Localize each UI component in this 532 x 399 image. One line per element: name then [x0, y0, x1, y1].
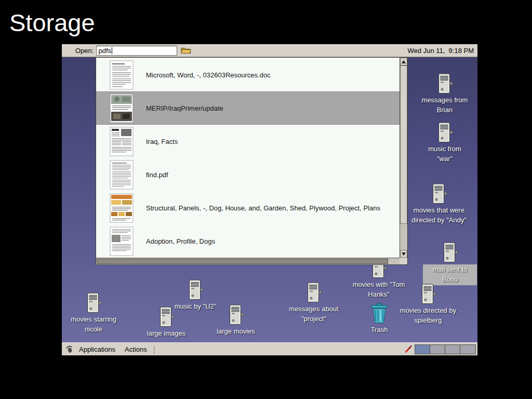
- top-search-bar: Open: pdfs Wed Jun 11, 9:18 PM: [62, 44, 477, 57]
- arrow-down-icon: [402, 252, 406, 256]
- open-label: Open:: [75, 47, 94, 55]
- document-thumbnail: [110, 94, 134, 123]
- scrollbar-corner: [400, 258, 407, 264]
- drive-icon: [85, 292, 102, 313]
- page-title: Storage: [9, 8, 95, 37]
- result-label: MERIP/IraqPrimer/update: [146, 104, 223, 112]
- desktop-icon-label: movies directed by spielberg: [394, 306, 462, 326]
- desktop-icon-trash[interactable]: Trash: [358, 303, 400, 335]
- drive-icon: [305, 282, 322, 303]
- screenshot-tool-icon[interactable]: [404, 344, 413, 354]
- drive-icon: [442, 242, 458, 263]
- vertical-scroll-thumb[interactable]: [400, 65, 407, 224]
- desktop-icon-movies-directed-by-spielberg[interactable]: movies directed by spielberg: [394, 284, 462, 326]
- result-row[interactable]: find.pdf: [96, 158, 400, 191]
- horizontal-scroll-thumb[interactable]: [97, 259, 388, 264]
- bottom-panel: Applications Actions: [62, 342, 477, 355]
- workspace-1[interactable]: [415, 345, 430, 354]
- desktop-icon-label: movies starring nicole: [62, 315, 125, 335]
- document-thumbnail: [110, 60, 134, 90]
- document-thumbnail: [110, 193, 134, 223]
- drive-icon: [158, 307, 175, 327]
- desktop-icon-messages-about-project[interactable]: messages about "project": [287, 282, 341, 324]
- menu-actions[interactable]: Actions: [120, 343, 152, 355]
- workspace-3[interactable]: [445, 345, 460, 354]
- desktop-icon-large-images[interactable]: large images: [138, 307, 195, 339]
- result-label: Microsoft, Word, -, 032603Resources.doc: [146, 71, 271, 79]
- clock: Wed Jun 11, 9:18 PM: [408, 47, 474, 55]
- result-label: Iraq, Facts: [146, 138, 178, 145]
- result-row[interactable]: Adoption, Profile, Dogs: [96, 224, 400, 258]
- desktop-icon-label: messages from Brian: [414, 96, 476, 115]
- horizontal-scrollbar[interactable]: [96, 258, 400, 264]
- workspace-4[interactable]: [460, 345, 475, 354]
- result-label: find.pdf: [146, 171, 168, 179]
- text-caret: [112, 47, 112, 54]
- desktop-icon-movies-starring-nicole[interactable]: movies starring nicole: [62, 292, 125, 335]
- desktop-icon-label: mail sent to Bono: [423, 264, 477, 285]
- result-label: Adoption, Profile, Dogs: [146, 237, 215, 245]
- open-folder-button[interactable]: [180, 45, 192, 56]
- result-row[interactable]: Microsoft, Word, -, 032603Resources.doc: [96, 58, 400, 91]
- result-row[interactable]: Iraq, Facts: [96, 125, 400, 158]
- menu-applications[interactable]: Applications: [74, 343, 120, 355]
- trash-icon: [370, 303, 389, 324]
- desktop-icon-movies-directed-by-andy[interactable]: movies that were directed by "Andy": [409, 183, 469, 225]
- drive-icon: [436, 122, 453, 143]
- desktop-icon-label: large images: [147, 329, 185, 339]
- open-folder-icon: [181, 46, 191, 55]
- desktop-icon-messages-from-brian[interactable]: messages from Brian: [414, 73, 476, 115]
- drive-icon: [228, 304, 244, 325]
- desktop-icon-label: movies that were directed by "Andy": [409, 206, 469, 225]
- search-input-value: pdfs: [98, 47, 111, 55]
- gnome-foot-icon: [65, 345, 74, 353]
- workspace-switcher: [415, 344, 476, 354]
- result-label: Structural, Panels, -, Dog, House, and, …: [146, 204, 380, 212]
- document-thumbnail: [110, 127, 134, 156]
- desktop-icon-music-from-war[interactable]: music from "war": [420, 122, 470, 164]
- vertical-scrollbar[interactable]: [400, 58, 407, 258]
- drive-icon: [187, 280, 204, 300]
- search-results-panel: Microsoft, Word, -, 032603Resources.doc …: [96, 57, 408, 265]
- panel-drag-handle[interactable]: [153, 345, 156, 353]
- desktop: Open: pdfs Wed Jun 11, 9:18 PM: [62, 44, 477, 355]
- desktop-icon-label: messages about "project": [287, 304, 341, 324]
- drive-icon: [436, 73, 453, 94]
- gnome-menu-button[interactable]: [65, 344, 74, 354]
- result-row[interactable]: Structural, Panels, -, Dog, House, and, …: [96, 191, 400, 224]
- workspace-2[interactable]: [430, 345, 445, 354]
- scroll-down-button[interactable]: [400, 250, 407, 258]
- red-tool-icon: [404, 345, 413, 353]
- drive-icon: [420, 284, 436, 304]
- desktop-icon-mail-sent-to-bono[interactable]: mail sent to Bono: [423, 242, 477, 285]
- scroll-up-button[interactable]: [400, 58, 407, 65]
- document-thumbnail: [110, 160, 134, 190]
- desktop-icon-label: large movies: [217, 327, 255, 337]
- desktop-icon-large-movies[interactable]: large movies: [207, 304, 264, 337]
- search-input[interactable]: pdfs: [96, 46, 177, 56]
- drive-icon: [431, 183, 447, 204]
- desktop-icon-label: Trash: [371, 325, 388, 335]
- document-thumbnail: [110, 227, 134, 256]
- desktop-icon-label: music from "war": [420, 144, 470, 164]
- result-row-selected[interactable]: MERIP/IraqPrimer/update: [96, 91, 400, 125]
- results-list: Microsoft, Word, -, 032603Resources.doc …: [96, 58, 400, 258]
- arrow-up-icon: [402, 60, 406, 63]
